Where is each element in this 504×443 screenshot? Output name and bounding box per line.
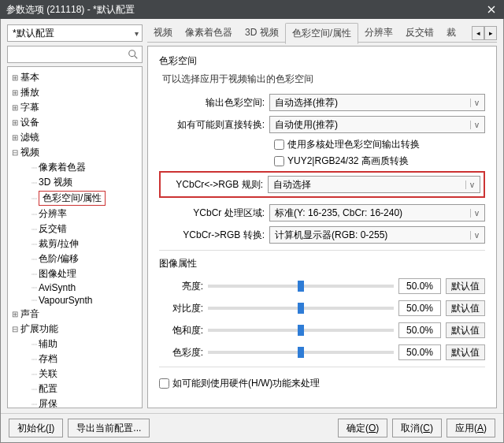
group-colorspace-desc: 可以选择应用于视频输出的色彩空间 — [159, 73, 485, 86]
collapse-icon[interactable]: ⊟ — [9, 148, 20, 157]
expand-icon[interactable]: ⊞ — [9, 133, 20, 142]
expand-icon[interactable]: ⊞ — [9, 310, 20, 318]
tree-item-label: 图像处理 — [39, 267, 76, 281]
hardware-label: 如可能则使用硬件(H/W)功能来处理 — [172, 377, 320, 390]
tree-item-label: 视频 — [20, 146, 39, 159]
expand-icon[interactable]: ⊞ — [9, 88, 20, 97]
init-button[interactable]: 初始化(I) — [9, 419, 63, 437]
tree-item-label: 播放 — [20, 86, 39, 99]
multicore-checkbox[interactable] — [274, 140, 284, 150]
slider-value[interactable]: 50.0% — [398, 278, 441, 294]
tree-item-2[interactable]: ⊞字幕 — [9, 100, 140, 115]
expand-icon[interactable]: ⊞ — [9, 73, 20, 82]
tree-item-17[interactable]: ⊟扩展功能 — [9, 322, 140, 337]
category-tree[interactable]: ⊞基本⊞播放⊞字幕⊞设备⊞滤镜⊟视频┈像素着色器┈3D 视频┈色彩空间/属性┈分… — [7, 66, 143, 408]
slider-thumb[interactable] — [298, 281, 304, 292]
slider-value[interactable]: 50.0% — [398, 300, 441, 316]
tree-item-label: 屏保 — [39, 397, 57, 408]
tree-item-label: 裁剪/拉伸 — [39, 237, 79, 251]
titlebar: 参数选项 (211118) - *默认配置 — [0, 0, 504, 19]
tree-item-label: AviSynth — [39, 282, 76, 293]
expand-icon[interactable]: ⊞ — [9, 103, 20, 112]
chevron-down-icon: ▾ — [135, 29, 139, 38]
tree-item-16[interactable]: ⊞声音 — [9, 307, 140, 322]
tree-item-0[interactable]: ⊞基本 — [9, 70, 140, 85]
direct-convert-label: 如有可能则直接转换: — [159, 118, 269, 132]
tree-item-8[interactable]: ┈色彩空间/属性 — [9, 190, 140, 207]
slider-default-button[interactable]: 默认值 — [446, 278, 485, 294]
tab-4[interactable]: 分辨率 — [358, 23, 399, 43]
tree-item-22[interactable]: ┈屏保 — [9, 396, 140, 408]
slider-value[interactable]: 50.0% — [398, 344, 441, 360]
tree-item-14[interactable]: ┈AviSynth — [9, 281, 140, 294]
slider-value[interactable]: 50.0% — [398, 322, 441, 338]
tree-item-7[interactable]: ┈3D 视频 — [9, 175, 140, 190]
ycbcr-range-select[interactable]: 标准(Y: 16-235, CbCr: 16-240)v — [269, 204, 485, 222]
tab-scroll-left[interactable]: ◂ — [472, 26, 484, 40]
tree-item-label: 基本 — [20, 71, 39, 84]
tree-item-11[interactable]: ┈裁剪/拉伸 — [9, 236, 140, 251]
tree-item-1[interactable]: ⊞播放 — [9, 85, 140, 100]
tab-1[interactable]: 像素着色器 — [179, 23, 239, 43]
export-button[interactable]: 导出当前配置... — [68, 419, 150, 437]
tree-item-6[interactable]: ┈像素着色器 — [9, 160, 140, 175]
tree-item-12[interactable]: ┈色阶/偏移 — [9, 251, 140, 266]
slider-track[interactable] — [208, 285, 394, 288]
ok-button[interactable]: 确定(O) — [338, 419, 387, 437]
output-colorspace-select[interactable]: 自动选择(推荐)v — [269, 94, 485, 111]
tab-2[interactable]: 3D 视频 — [239, 23, 285, 43]
search-input[interactable] — [7, 46, 143, 63]
ycbcr-rule-select[interactable]: 自动选择v — [268, 176, 480, 193]
group-image-attr-title: 图像属性 — [159, 257, 485, 270]
tab-0[interactable]: 视频 — [147, 23, 179, 43]
tree-item-label: VapourSynth — [39, 295, 93, 306]
collapse-icon[interactable]: ⊟ — [9, 325, 20, 333]
config-preset-select[interactable]: *默认配置 ▾ — [7, 24, 143, 42]
slider-label: 亮度: — [159, 280, 203, 293]
tree-item-label: 色彩空间/属性 — [39, 191, 106, 206]
tree-item-label: 字幕 — [20, 101, 39, 114]
slider-default-button[interactable]: 默认值 — [446, 344, 485, 360]
slider-track[interactable] — [208, 307, 394, 310]
chevron-down-icon: v — [470, 231, 483, 240]
slider-track[interactable] — [208, 351, 394, 354]
tree-item-20[interactable]: ┈关联 — [9, 367, 140, 382]
tree-item-13[interactable]: ┈图像处理 — [9, 266, 140, 281]
tree-item-5[interactable]: ⊟视频 — [9, 145, 140, 160]
ycbcr-rule-label: YCbCr<->RGB 规则: — [164, 178, 268, 192]
tab-6[interactable]: 裁 — [440, 23, 462, 43]
apply-button[interactable]: 应用(A) — [447, 419, 495, 437]
tab-5[interactable]: 反交错 — [399, 23, 440, 43]
ycbcr-rgb-conv-select[interactable]: 计算机显示器(RGB: 0-255)v — [269, 226, 485, 244]
chevron-down-icon: v — [470, 121, 483, 129]
direct-convert-select[interactable]: 自动使用(推荐)v — [269, 116, 485, 133]
chevron-down-icon: v — [470, 99, 483, 107]
slider-thumb[interactable] — [298, 347, 304, 358]
tree-item-9[interactable]: ┈分辨率 — [9, 207, 140, 222]
tree-item-4[interactable]: ⊞滤镜 — [9, 130, 140, 145]
hardware-checkbox[interactable] — [159, 378, 169, 389]
svg-line-1 — [135, 56, 138, 59]
tab-scroll-right[interactable]: ▸ — [484, 26, 497, 40]
slider-default-button[interactable]: 默认值 — [446, 322, 485, 338]
window-title: 参数选项 (211118) - *默认配置 — [6, 3, 135, 17]
close-icon[interactable] — [485, 3, 498, 16]
cancel-button[interactable]: 取消(C) — [392, 419, 442, 437]
ycbcr-rgb-rule-row: YCbCr<->RGB 规则: 自动选择v — [159, 171, 485, 198]
slider-track[interactable] — [208, 329, 394, 332]
tree-item-label: 分辨率 — [39, 207, 67, 221]
tree-item-19[interactable]: ┈存档 — [9, 352, 140, 367]
tree-item-3[interactable]: ⊞设备 — [9, 115, 140, 130]
slider-thumb[interactable] — [298, 325, 304, 336]
tree-item-18[interactable]: ┈辅助 — [9, 337, 140, 352]
slider-thumb[interactable] — [298, 303, 304, 314]
tree-item-21[interactable]: ┈配置 — [9, 382, 140, 396]
tree-item-10[interactable]: ┈反交错 — [9, 222, 140, 236]
tree-item-label: 色阶/偏移 — [39, 252, 79, 266]
expand-icon[interactable]: ⊞ — [9, 118, 20, 127]
yuy2-checkbox[interactable] — [274, 156, 284, 166]
tab-3[interactable]: 色彩空间/属性 — [285, 23, 358, 44]
search-icon — [128, 49, 139, 60]
tree-item-15[interactable]: ┈VapourSynth — [9, 294, 140, 307]
slider-default-button[interactable]: 默认值 — [446, 300, 485, 316]
